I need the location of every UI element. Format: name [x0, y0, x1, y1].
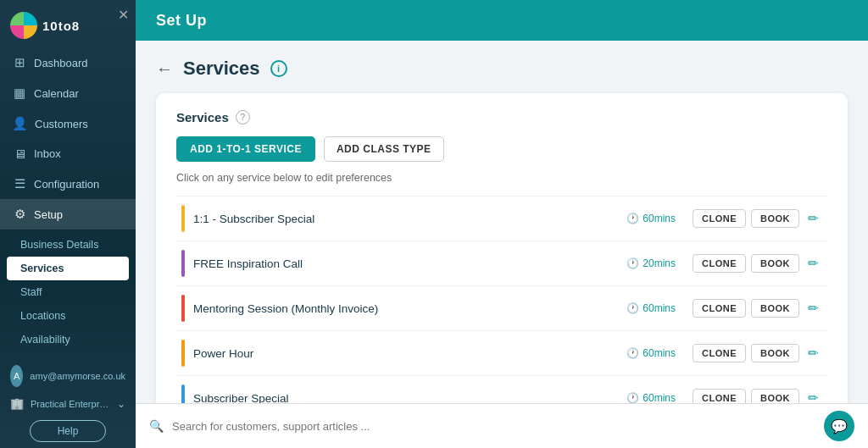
- clone-button[interactable]: CLONE: [693, 209, 746, 228]
- search-input[interactable]: [172, 420, 815, 433]
- book-button[interactable]: BOOK: [751, 254, 799, 273]
- avatar: A: [10, 365, 23, 387]
- logo-area: 10to8: [0, 0, 136, 47]
- org-icon: 🏢: [10, 397, 24, 410]
- services-help-icon[interactable]: ?: [236, 110, 250, 124]
- edit-icon-button[interactable]: ✏: [804, 299, 822, 318]
- sub-nav: Business Details Services Staff Location…: [0, 230, 136, 351]
- service-duration: 🕐20mins: [625, 257, 676, 269]
- content-area: ← Services i Services ? ADD 1-TO-1 SERVI…: [136, 41, 868, 403]
- setup-icon: ⚙: [12, 207, 27, 222]
- service-name: Mentoring Session (Monthly Invoice): [193, 302, 616, 315]
- configuration-icon: ☰: [12, 176, 27, 191]
- user-row[interactable]: A amy@amymorse.co.uk: [0, 358, 136, 394]
- clock-icon: 🕐: [626, 257, 639, 269]
- book-button[interactable]: BOOK: [751, 209, 799, 228]
- services-header: Services ?: [176, 110, 827, 124]
- chevron-down-icon: ⌄: [117, 398, 125, 410]
- service-color-bar: [181, 205, 185, 232]
- service-color-bar: [181, 384, 185, 403]
- service-row[interactable]: 1:1 - Subscriber Special 🕐60mins CLONE B…: [176, 196, 827, 241]
- service-duration: 🕐60mins: [625, 302, 676, 314]
- service-duration: 🕐60mins: [625, 347, 676, 359]
- service-row[interactable]: Power Hour 🕐60mins CLONE BOOK ✏: [176, 330, 827, 375]
- service-duration: 🕐60mins: [625, 213, 676, 224]
- bottom-bar: 🔍 💬: [136, 403, 868, 448]
- clone-button[interactable]: CLONE: [693, 389, 746, 403]
- service-actions: CLONE BOOK ✏: [693, 254, 822, 273]
- sub-nav-business-details[interactable]: Business Details: [0, 233, 136, 257]
- hint-text: Click on any service below to edit prefe…: [176, 172, 827, 184]
- add-1to1-button[interactable]: ADD 1-TO-1 SERVICE: [176, 136, 315, 162]
- edit-icon-button[interactable]: ✏: [804, 389, 822, 403]
- topbar-title: Set Up: [156, 12, 207, 30]
- service-name: 1:1 - Subscriber Special: [193, 213, 616, 225]
- service-color-bar: [181, 295, 185, 322]
- sidebar: ✕ 10to8 ⊞ Dashboard ▦ Calendar 👤 Custome…: [0, 0, 136, 448]
- book-button[interactable]: BOOK: [751, 299, 799, 318]
- customers-icon: 👤: [12, 116, 28, 131]
- nav-item-configuration[interactable]: ☰ Configuration: [0, 169, 136, 199]
- sub-nav-locations[interactable]: Locations: [0, 304, 136, 328]
- back-button[interactable]: ←: [156, 59, 173, 79]
- dashboard-icon: ⊞: [12, 55, 27, 70]
- services-card: Services ? ADD 1-TO-1 SERVICE ADD CLASS …: [156, 93, 848, 403]
- service-actions: CLONE BOOK ✏: [693, 209, 822, 228]
- logo-text: 10to8: [42, 19, 80, 33]
- clone-button[interactable]: CLONE: [693, 299, 746, 318]
- page-header: ← Services i: [156, 58, 848, 80]
- clone-button[interactable]: CLONE: [693, 254, 746, 273]
- book-button[interactable]: BOOK: [751, 344, 799, 362]
- close-sidebar-icon[interactable]: ✕: [118, 7, 129, 23]
- help-button[interactable]: Help: [30, 420, 106, 442]
- main-nav: ⊞ Dashboard ▦ Calendar 👤 Customers 🖥 Inb…: [0, 47, 136, 230]
- nav-item-inbox[interactable]: 🖥 Inbox: [0, 139, 136, 169]
- add-class-button[interactable]: ADD CLASS TYPE: [324, 136, 444, 162]
- user-email: amy@amymorse.co.uk: [30, 371, 125, 381]
- clone-button[interactable]: CLONE: [693, 344, 746, 362]
- chat-button[interactable]: 💬: [824, 411, 854, 441]
- edit-icon-button[interactable]: ✏: [804, 344, 822, 362]
- info-icon[interactable]: i: [270, 60, 287, 77]
- service-actions: CLONE BOOK ✏: [693, 344, 822, 362]
- service-name: Power Hour: [193, 347, 616, 360]
- nav-item-setup[interactable]: ⚙ Setup: [0, 199, 136, 230]
- service-name: FREE Inspiration Call: [193, 257, 616, 270]
- service-color-bar: [181, 250, 185, 277]
- edit-icon-button[interactable]: ✏: [804, 254, 822, 273]
- clock-icon: 🕐: [626, 392, 639, 403]
- org-name: Practical Enterprise Me...: [31, 399, 110, 409]
- service-name: Subscriber Special: [193, 392, 616, 404]
- org-row[interactable]: 🏢 Practical Enterprise Me... ⌄: [0, 394, 136, 415]
- logo-icon: [10, 12, 37, 39]
- sub-nav-availability[interactable]: Availability: [0, 328, 136, 351]
- services-list: 1:1 - Subscriber Special 🕐60mins CLONE B…: [176, 196, 827, 403]
- service-actions: CLONE BOOK ✏: [693, 299, 822, 318]
- services-section-title: Services: [176, 110, 229, 124]
- clock-icon: 🕐: [626, 213, 639, 224]
- nav-item-calendar[interactable]: ▦ Calendar: [0, 78, 136, 108]
- service-actions: CLONE BOOK ✏: [693, 389, 822, 403]
- clock-icon: 🕐: [626, 302, 639, 314]
- page-title: Services: [183, 58, 260, 80]
- search-icon: 🔍: [149, 419, 164, 433]
- inbox-icon: 🖥: [12, 147, 27, 161]
- service-color-bar: [181, 340, 185, 367]
- nav-item-customers[interactable]: 👤 Customers: [0, 108, 136, 139]
- nav-item-dashboard[interactable]: ⊞ Dashboard: [0, 47, 136, 78]
- sub-nav-services[interactable]: Services: [7, 257, 129, 280]
- calendar-icon: ▦: [12, 86, 27, 101]
- book-button[interactable]: BOOK: [751, 389, 799, 403]
- sub-nav-staff[interactable]: Staff: [0, 280, 136, 304]
- service-row[interactable]: Subscriber Special 🕐60mins CLONE BOOK ✏: [176, 375, 827, 403]
- top-bar: Set Up: [136, 0, 868, 41]
- service-row[interactable]: FREE Inspiration Call 🕐20mins CLONE BOOK…: [176, 241, 827, 285]
- service-duration: 🕐60mins: [625, 392, 676, 403]
- service-row[interactable]: Mentoring Session (Monthly Invoice) 🕐60m…: [176, 285, 827, 330]
- button-row: ADD 1-TO-1 SERVICE ADD CLASS TYPE: [176, 136, 827, 162]
- edit-icon-button[interactable]: ✏: [804, 209, 822, 228]
- sidebar-bottom: A amy@amymorse.co.uk 🏢 Practical Enterpr…: [0, 351, 136, 448]
- main-area: Set Up ← Services i Services ? ADD 1-TO-…: [136, 0, 868, 448]
- clock-icon: 🕐: [626, 347, 639, 359]
